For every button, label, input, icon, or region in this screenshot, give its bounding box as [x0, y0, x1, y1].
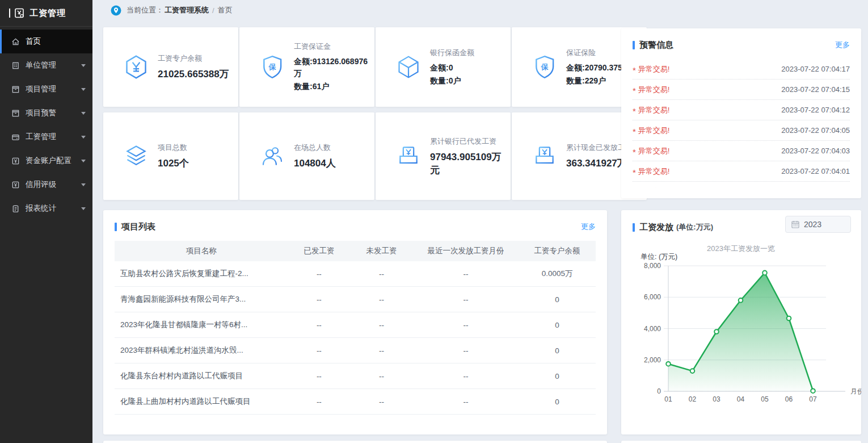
data-point[interactable]	[762, 271, 767, 275]
project-cell: --	[351, 372, 413, 381]
chevron-down-icon	[81, 88, 86, 91]
alert-item-1[interactable]: *异常交易!2023-07-22 07:04:15	[633, 80, 850, 100]
data-point[interactable]	[714, 329, 719, 334]
projects-table: 项目名称已发工资未发工资最近一次发放工资月份工资专户余额 互助县农村公路灾后恢复…	[115, 241, 596, 421]
app-logo: 工资管理	[0, 0, 92, 27]
chart-unit-label: 单位: (万元)	[641, 253, 677, 261]
alert-item-2[interactable]: *异常交易!2023-07-22 07:04:12	[633, 100, 850, 120]
column-header-3: 最近一次发放工资月份	[413, 246, 519, 256]
project-cell: --	[351, 346, 413, 355]
project-name: 2023年群科镇滩北村溢洪道沟水毁...	[115, 345, 288, 356]
stat-card-line: 金额:0	[430, 62, 511, 74]
alert-time: 2023-07-22 07:04:12	[781, 106, 850, 114]
table-row-6[interactable]: 平安区古城乡村内道路以工代赈项目..等------60.252096万	[115, 415, 596, 421]
alert-item-0[interactable]: *异常交易!2023-07-22 07:04:17	[633, 59, 850, 80]
project-cell: --	[351, 270, 413, 278]
wallet-icon	[11, 133, 20, 141]
clipboard-icon	[11, 204, 20, 213]
breadcrumb-current[interactable]: 首页	[218, 5, 233, 15]
table-row-5[interactable]: 化隆县上曲加村村内道路以工代赈项目------0	[115, 389, 596, 415]
svg-text:保: 保	[541, 62, 549, 71]
breadcrumb-separator: /	[212, 6, 214, 15]
stat-cards: 工资专户余额21025.665388万保工资保证金金额:913126.06897…	[103, 27, 607, 200]
alerts-panel: 预警信息 更多 *异常交易!2023-07-22 07:04:17*异常交易!2…	[621, 28, 861, 198]
table-row-4[interactable]: 化隆县东台村村内道路以工代赈项目------0	[115, 363, 596, 389]
sidebar-item-label: 工资管理	[26, 132, 56, 142]
next-row-panel-peek	[621, 441, 861, 443]
stat-card-title: 工资保证金	[294, 41, 374, 52]
main-content: 当前位置： 工资管理系统 / 首页 工资专户余额21025.665388万保工资…	[92, 0, 868, 443]
project-cell: 0	[519, 295, 596, 304]
money-icon	[532, 143, 557, 169]
x-axis-label: 月份	[850, 387, 861, 395]
alert-text: *异常交易!	[633, 126, 669, 136]
stat-card-line: 数量:0户	[430, 75, 511, 87]
data-point[interactable]	[739, 298, 743, 303]
chevron-down-icon	[81, 64, 86, 67]
app-title: 工资管理	[30, 8, 66, 19]
alert-item-4[interactable]: *异常交易!2023-07-22 07:04:03	[633, 141, 850, 161]
alert-time: 2023-07-22 07:04:15	[781, 85, 850, 94]
asterisk-icon: *	[633, 108, 636, 114]
home-icon	[11, 37, 20, 46]
project-cell: --	[351, 321, 413, 329]
projects-table-body: 互助县农村公路灾后恢复重建工程-2...------0.0005万青海鑫园新能源…	[115, 261, 596, 421]
table-row-1[interactable]: 青海鑫园新能源科技有限公司年产3...------0	[115, 287, 596, 312]
y-tick-label: 4,000	[644, 325, 661, 333]
alert-text: *异常交易!	[633, 146, 669, 156]
cube-icon	[396, 54, 421, 80]
chart-title: 2023年工资发放一览	[707, 244, 775, 253]
table-row-0[interactable]: 互助县农村公路灾后恢复重建工程-2...------0.0005万	[115, 261, 596, 287]
sidebar-item-1[interactable]: 单位管理	[0, 53, 92, 77]
sidebar-item-label: 项目管理	[26, 84, 56, 94]
alert-time: 2023-07-22 07:04:05	[781, 126, 850, 135]
money-icon	[396, 143, 421, 169]
projects-more-link[interactable]: 更多	[581, 222, 596, 232]
sidebar-item-5[interactable]: 资金账户配置	[0, 149, 92, 173]
archive-icon	[11, 85, 20, 94]
x-tick-label: 05	[761, 395, 769, 403]
table-row-3[interactable]: 2023年群科镇滩北村溢洪道沟水毁...------0	[115, 338, 596, 363]
sidebar-item-2[interactable]: 项目管理	[0, 77, 92, 101]
alert-time: 2023-07-22 07:04:03	[781, 147, 850, 155]
sidebar-item-7[interactable]: 报表统计	[0, 197, 92, 220]
data-point[interactable]	[690, 369, 695, 373]
column-header-4: 工资专户余额	[519, 246, 596, 256]
sidebar-item-0[interactable]: 首页	[0, 30, 92, 53]
column-header-2: 未发工资	[351, 246, 413, 256]
alert-item-5[interactable]: *异常交易!2023-07-22 07:04:01	[633, 161, 850, 182]
x-tick-label: 03	[713, 395, 720, 403]
stat-card-4: 项目总数1025个	[103, 112, 238, 200]
x-tick-label: 04	[737, 395, 745, 403]
salary-chart-panel: 工资发放 (单位:万元) 2023 2023年工资发放一览单位: (万元)02,…	[621, 210, 861, 434]
project-cell: --	[288, 372, 350, 381]
projects-table-header: 项目名称已发工资未发工资最近一次发放工资月份工资专户余额	[115, 241, 596, 261]
x-tick-label: 02	[689, 395, 697, 403]
stat-card-5: 在场总人数104804人	[239, 112, 374, 200]
data-point[interactable]	[811, 388, 815, 393]
data-point[interactable]	[666, 362, 671, 366]
alert-item-6[interactable]: *异常交易!2023-07-22 07:03:50	[633, 182, 850, 188]
sidebar-item-6[interactable]: 信用评级	[0, 173, 92, 197]
project-cell: --	[413, 321, 519, 329]
stat-card-text: 工资保证金金额:913126.068976万数量:61户	[294, 41, 374, 93]
alerts-more-link[interactable]: 更多	[835, 40, 850, 50]
sidebar-item-4[interactable]: 工资管理	[0, 125, 92, 149]
accent-bar	[115, 223, 117, 231]
breadcrumb-root[interactable]: 工资管理系统	[165, 5, 209, 15]
table-row-2[interactable]: 2023年化隆县甘都镇隆康一村等6村...------0	[115, 312, 596, 338]
asterisk-icon: *	[633, 68, 636, 73]
y-tick-label: 2,000	[644, 356, 661, 364]
chevron-down-icon	[81, 183, 86, 186]
archive-icon	[11, 109, 20, 118]
chart-area-fill	[668, 273, 813, 391]
building-icon	[11, 61, 20, 70]
project-cell: 0	[519, 372, 596, 381]
project-cell: 0	[519, 398, 596, 406]
data-point[interactable]	[787, 316, 791, 321]
sidebar-item-3[interactable]: 项目预警	[0, 101, 92, 125]
sidebar-menu: 首页单位管理项目管理项目预警工资管理资金账户配置信用评级报表统计	[0, 27, 92, 220]
stat-card-value: 97943.905109万元	[430, 151, 511, 177]
asterisk-icon: *	[633, 129, 636, 135]
alert-item-3[interactable]: *异常交易!2023-07-22 07:04:05	[633, 120, 850, 141]
